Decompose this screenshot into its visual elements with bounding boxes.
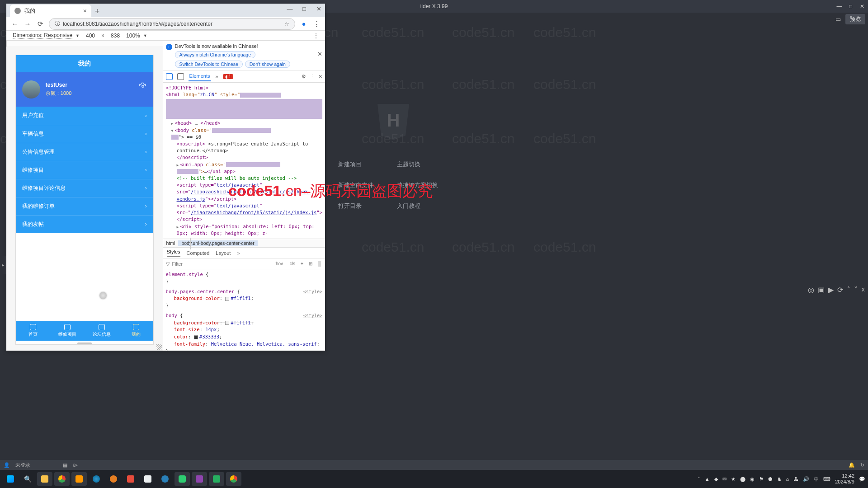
task-app2[interactable] (140, 472, 156, 486)
reload-icon[interactable]: ⟳ (36, 20, 44, 28)
banner-close-icon[interactable]: ✕ (317, 51, 322, 57)
chip-switch-lang[interactable]: Switch DevTools to Chinese (175, 61, 243, 68)
tab-close-icon[interactable]: × (83, 7, 87, 14)
back-icon[interactable]: ← (11, 20, 19, 28)
tray-2[interactable]: ◆ (714, 476, 718, 482)
filter-icon[interactable]: ▽ (166, 261, 170, 267)
rule-source[interactable]: <style> (303, 288, 322, 295)
styles-filter-input[interactable] (172, 261, 271, 267)
hov-toggle[interactable]: :hov (273, 261, 284, 266)
tray-3[interactable]: ✉ (722, 476, 726, 482)
chrome-close-icon[interactable]: ✕ (315, 5, 322, 12)
dim-width[interactable]: 400 (86, 33, 95, 39)
forward-icon[interactable]: → (24, 20, 32, 28)
stop-icon[interactable]: ▣ (818, 286, 825, 294)
dim-height[interactable]: 838 (111, 33, 120, 39)
sync-icon[interactable]: ↻ (860, 462, 864, 468)
login-status[interactable]: 未登录 (15, 462, 30, 469)
task-app3[interactable] (157, 472, 173, 486)
start-button[interactable] (3, 472, 18, 486)
user-icon[interactable]: 👤 (4, 462, 10, 468)
close-panel-icon[interactable]: ☓ (861, 286, 865, 294)
menu-my-posts[interactable]: 我的发帖› (16, 215, 153, 233)
tray-4[interactable]: ★ (731, 476, 736, 482)
phone-icon[interactable]: ▭ (834, 14, 843, 23)
elements-tree[interactable]: <!DOCTYPE html> <html lang="zh-CN" style… (163, 83, 325, 239)
notifications-icon[interactable]: 💬 (859, 476, 865, 482)
task-search-icon[interactable]: 🔍 (20, 472, 35, 486)
tray-ime[interactable]: 中 (814, 476, 819, 483)
tab-forum[interactable]: 论坛信息 (85, 321, 119, 341)
bell-icon[interactable]: 🔔 (849, 462, 855, 468)
task-idea[interactable] (192, 472, 207, 486)
ide-max-icon[interactable]: □ (848, 4, 853, 9)
styles-pane[interactable]: element.style { } <style> body.pages-cen… (163, 269, 325, 351)
device-menu-icon[interactable]: ⋮ (313, 33, 319, 39)
menu-recharge[interactable]: 用户充值› (16, 107, 153, 125)
tray-vol-icon[interactable]: 🔊 (803, 476, 809, 482)
subtab-layout[interactable]: Layout (216, 250, 231, 256)
tab-elements[interactable]: Elements (189, 71, 211, 81)
task-edge[interactable] (89, 472, 104, 486)
task-sublime[interactable] (71, 472, 87, 486)
crumb-html[interactable]: html (163, 240, 179, 246)
preview-button[interactable]: 预览 (845, 14, 865, 24)
resize-corner-icon[interactable] (156, 344, 162, 350)
omnibox[interactable]: ⓘ localhost:8081/tiaozaoshichang/front/h… (49, 18, 295, 30)
menu-notice[interactable]: 公告信息管理› (16, 143, 153, 161)
user-card[interactable]: testUser 余额：1000 (16, 72, 153, 107)
zoom-select[interactable]: 100%▼ (126, 33, 147, 39)
menu-vehicle[interactable]: 车辆信息› (16, 125, 153, 143)
task-chrome2[interactable] (226, 472, 241, 486)
star-icon[interactable]: ☆ (284, 21, 289, 27)
subtab-styles[interactable]: Styles (167, 249, 180, 257)
ide-link-tutorial[interactable]: 入门教程 (397, 202, 456, 210)
collapse-up-icon[interactable]: ˄ (847, 286, 850, 294)
new-rule-icon[interactable]: + (299, 261, 305, 266)
tray-5[interactable]: ⬤ (740, 476, 745, 482)
menu-repair-comment[interactable]: 维修项目评论信息› (16, 179, 153, 197)
ide-side-expand-icon[interactable]: ▸ (0, 256, 6, 274)
inspect-icon[interactable] (166, 73, 173, 80)
chip-always-match[interactable]: Always match Chrome's language (175, 51, 255, 58)
task-wps[interactable] (123, 472, 138, 486)
devtools-close-icon[interactable]: ✕ (318, 74, 322, 80)
task-chrome[interactable] (54, 472, 70, 486)
tray-10[interactable]: ⌂ (786, 476, 789, 482)
restart-icon[interactable]: ⟳ (837, 286, 843, 294)
toggle-sidebar-icon[interactable]: ▒ (316, 261, 322, 266)
tray-7[interactable]: ⚑ (759, 476, 764, 482)
chrome-max-icon[interactable]: □ (301, 5, 308, 12)
task-hbuilder[interactable] (209, 472, 224, 486)
avatar[interactable] (22, 80, 40, 99)
gear-icon[interactable] (139, 82, 147, 90)
tab-repair[interactable]: 维修项目 (50, 321, 85, 341)
tab-home[interactable]: 首页 (16, 321, 50, 341)
chip-dont-show[interactable]: Don't show again (245, 61, 290, 68)
computed-toggle-icon[interactable]: ⊞ (307, 261, 314, 266)
task-app1[interactable] (106, 472, 121, 486)
rule-source[interactable]: <style> (303, 312, 322, 319)
more-tabs-icon[interactable]: » (215, 74, 218, 79)
ide-min-icon[interactable]: — (837, 4, 842, 9)
device-mode-icon[interactable] (177, 73, 184, 80)
browser-tab[interactable]: 我的 × (10, 5, 91, 17)
resize-handle-icon[interactable] (99, 292, 107, 299)
new-tab-button[interactable]: + (91, 5, 103, 17)
profile-icon[interactable]: ● (300, 20, 308, 28)
error-badge[interactable]: ◖1 (223, 74, 234, 79)
site-info-icon[interactable]: ⓘ (55, 20, 60, 28)
tray-6[interactable]: ◉ (750, 476, 755, 482)
chrome-min-icon[interactable]: — (286, 5, 293, 12)
ide-link-open-dir[interactable]: 打开目录 (338, 202, 397, 210)
devtools-splitter[interactable] (189, 238, 192, 249)
tab-mine[interactable]: 我的 (119, 321, 153, 341)
task-explorer[interactable] (37, 472, 52, 486)
menu-my-orders[interactable]: 我的维修订单› (16, 197, 153, 215)
ide-link-new-project[interactable]: 新建项目 (338, 160, 397, 169)
subtab-computed[interactable]: Computed (187, 250, 210, 256)
task-wechat[interactable] (175, 472, 190, 486)
dimensions-select[interactable]: Dimensions: Responsive▼ (13, 32, 80, 39)
terminal-icon[interactable]: ⌲ (73, 462, 78, 468)
drag-handle-icon[interactable] (77, 343, 92, 344)
